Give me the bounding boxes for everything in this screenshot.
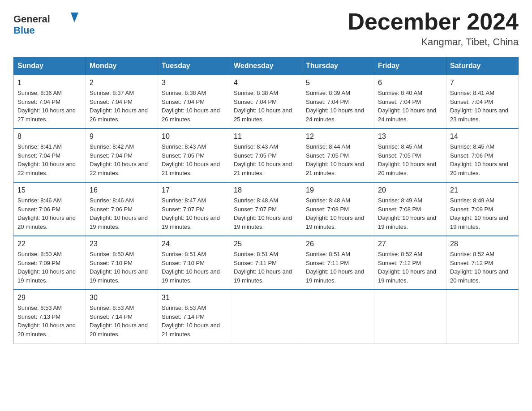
day-info: Sunrise: 8:38 AMSunset: 7:04 PMDaylight:… bbox=[234, 89, 298, 124]
day-number: 29 bbox=[17, 294, 82, 302]
day-header-thursday: Thursday bbox=[302, 57, 374, 75]
day-number: 2 bbox=[90, 79, 154, 87]
calendar-cell: 16 Sunrise: 8:46 AMSunset: 7:06 PMDaylig… bbox=[86, 182, 158, 236]
calendar-cell: 7 Sunrise: 8:41 AMSunset: 7:04 PMDayligh… bbox=[446, 75, 519, 128]
page-header: General Blue December 2024 Kangmar, Tibe… bbox=[13, 9, 519, 48]
day-number: 12 bbox=[306, 133, 370, 141]
day-info: Sunrise: 8:42 AMSunset: 7:04 PMDaylight:… bbox=[90, 142, 154, 177]
calendar-cell: 27 Sunrise: 8:52 AMSunset: 7:12 PMDaylig… bbox=[374, 236, 446, 290]
calendar-cell: 13 Sunrise: 8:45 AMSunset: 7:05 PMDaylig… bbox=[374, 128, 446, 182]
calendar-cell bbox=[374, 290, 446, 343]
day-info: Sunrise: 8:43 AMSunset: 7:05 PMDaylight:… bbox=[162, 142, 226, 177]
day-number: 4 bbox=[234, 79, 298, 87]
day-info: Sunrise: 8:48 AMSunset: 7:07 PMDaylight:… bbox=[234, 196, 298, 231]
calendar-cell: 26 Sunrise: 8:51 AMSunset: 7:11 PMDaylig… bbox=[302, 236, 374, 290]
calendar-cell: 30 Sunrise: 8:53 AMSunset: 7:14 PMDaylig… bbox=[86, 290, 158, 343]
day-number: 31 bbox=[162, 294, 226, 302]
day-number: 20 bbox=[378, 186, 442, 194]
day-number: 13 bbox=[378, 133, 442, 141]
day-number: 25 bbox=[234, 240, 298, 248]
day-info: Sunrise: 8:50 AMSunset: 7:09 PMDaylight:… bbox=[17, 250, 82, 285]
calendar-cell: 14 Sunrise: 8:45 AMSunset: 7:06 PMDaylig… bbox=[446, 128, 519, 182]
day-info: Sunrise: 8:46 AMSunset: 7:06 PMDaylight:… bbox=[17, 196, 82, 231]
day-info: Sunrise: 8:46 AMSunset: 7:06 PMDaylight:… bbox=[90, 196, 154, 231]
day-info: Sunrise: 8:41 AMSunset: 7:04 PMDaylight:… bbox=[17, 142, 82, 177]
day-number: 8 bbox=[17, 133, 82, 141]
week-row-1: 1 Sunrise: 8:36 AMSunset: 7:04 PMDayligh… bbox=[14, 75, 519, 128]
calendar-cell: 29 Sunrise: 8:53 AMSunset: 7:13 PMDaylig… bbox=[14, 290, 86, 343]
calendar-cell: 10 Sunrise: 8:43 AMSunset: 7:05 PMDaylig… bbox=[158, 128, 230, 182]
day-number: 16 bbox=[90, 186, 154, 194]
calendar-cell: 28 Sunrise: 8:52 AMSunset: 7:12 PMDaylig… bbox=[446, 236, 519, 290]
calendar-cell: 25 Sunrise: 8:51 AMSunset: 7:11 PMDaylig… bbox=[230, 236, 302, 290]
week-row-4: 22 Sunrise: 8:50 AMSunset: 7:09 PMDaylig… bbox=[14, 236, 519, 290]
calendar-cell: 18 Sunrise: 8:48 AMSunset: 7:07 PMDaylig… bbox=[230, 182, 302, 236]
calendar-cell bbox=[230, 290, 302, 343]
week-row-2: 8 Sunrise: 8:41 AMSunset: 7:04 PMDayligh… bbox=[14, 128, 519, 182]
day-header-friday: Friday bbox=[374, 57, 446, 75]
day-number: 21 bbox=[450, 186, 515, 194]
day-number: 28 bbox=[450, 240, 515, 248]
week-row-3: 15 Sunrise: 8:46 AMSunset: 7:06 PMDaylig… bbox=[14, 182, 519, 236]
day-info: Sunrise: 8:36 AMSunset: 7:04 PMDaylight:… bbox=[17, 89, 82, 124]
calendar-cell: 6 Sunrise: 8:40 AMSunset: 7:04 PMDayligh… bbox=[374, 75, 446, 128]
calendar-cell: 9 Sunrise: 8:42 AMSunset: 7:04 PMDayligh… bbox=[86, 128, 158, 182]
calendar-cell: 3 Sunrise: 8:38 AMSunset: 7:04 PMDayligh… bbox=[158, 75, 230, 128]
day-number: 5 bbox=[306, 79, 370, 87]
day-number: 15 bbox=[17, 186, 82, 194]
days-header-row: SundayMondayTuesdayWednesdayThursdayFrid… bbox=[14, 57, 519, 75]
day-number: 18 bbox=[234, 186, 298, 194]
day-number: 22 bbox=[17, 240, 82, 248]
day-header-sunday: Sunday bbox=[14, 57, 86, 75]
day-info: Sunrise: 8:45 AMSunset: 7:05 PMDaylight:… bbox=[378, 142, 442, 177]
day-info: Sunrise: 8:52 AMSunset: 7:12 PMDaylight:… bbox=[378, 250, 442, 285]
day-info: Sunrise: 8:51 AMSunset: 7:11 PMDaylight:… bbox=[234, 250, 298, 285]
day-number: 24 bbox=[162, 240, 226, 248]
calendar-cell: 1 Sunrise: 8:36 AMSunset: 7:04 PMDayligh… bbox=[14, 75, 86, 128]
day-header-wednesday: Wednesday bbox=[230, 57, 302, 75]
day-info: Sunrise: 8:52 AMSunset: 7:12 PMDaylight:… bbox=[450, 250, 515, 285]
calendar-cell: 17 Sunrise: 8:47 AMSunset: 7:07 PMDaylig… bbox=[158, 182, 230, 236]
logo: General Blue bbox=[13, 9, 81, 38]
month-title: December 2024 bbox=[348, 9, 519, 34]
day-info: Sunrise: 8:41 AMSunset: 7:04 PMDaylight:… bbox=[450, 89, 515, 124]
calendar-cell: 19 Sunrise: 8:48 AMSunset: 7:08 PMDaylig… bbox=[302, 182, 374, 236]
calendar-cell: 24 Sunrise: 8:51 AMSunset: 7:10 PMDaylig… bbox=[158, 236, 230, 290]
day-info: Sunrise: 8:37 AMSunset: 7:04 PMDaylight:… bbox=[90, 89, 154, 124]
day-number: 10 bbox=[162, 133, 226, 141]
calendar-cell bbox=[446, 290, 519, 343]
day-header-tuesday: Tuesday bbox=[158, 57, 230, 75]
day-number: 14 bbox=[450, 133, 515, 141]
day-number: 19 bbox=[306, 186, 370, 194]
day-number: 1 bbox=[17, 79, 82, 87]
day-info: Sunrise: 8:47 AMSunset: 7:07 PMDaylight:… bbox=[162, 196, 226, 231]
calendar-cell: 23 Sunrise: 8:50 AMSunset: 7:10 PMDaylig… bbox=[86, 236, 158, 290]
calendar-cell: 2 Sunrise: 8:37 AMSunset: 7:04 PMDayligh… bbox=[86, 75, 158, 128]
day-info: Sunrise: 8:51 AMSunset: 7:10 PMDaylight:… bbox=[162, 250, 226, 285]
day-number: 30 bbox=[90, 294, 154, 302]
day-number: 17 bbox=[162, 186, 226, 194]
calendar-cell: 5 Sunrise: 8:39 AMSunset: 7:04 PMDayligh… bbox=[302, 75, 374, 128]
day-info: Sunrise: 8:38 AMSunset: 7:04 PMDaylight:… bbox=[162, 89, 226, 124]
location: Kangmar, Tibet, China bbox=[348, 36, 519, 48]
day-info: Sunrise: 8:40 AMSunset: 7:04 PMDaylight:… bbox=[378, 89, 442, 124]
calendar-cell: 20 Sunrise: 8:49 AMSunset: 7:08 PMDaylig… bbox=[374, 182, 446, 236]
day-number: 11 bbox=[234, 133, 298, 141]
day-info: Sunrise: 8:51 AMSunset: 7:11 PMDaylight:… bbox=[306, 250, 370, 285]
day-number: 27 bbox=[378, 240, 442, 248]
calendar-cell: 4 Sunrise: 8:38 AMSunset: 7:04 PMDayligh… bbox=[230, 75, 302, 128]
day-number: 6 bbox=[378, 79, 442, 87]
day-info: Sunrise: 8:44 AMSunset: 7:05 PMDaylight:… bbox=[306, 142, 370, 177]
calendar-table: SundayMondayTuesdayWednesdayThursdayFrid… bbox=[13, 57, 519, 344]
day-number: 26 bbox=[306, 240, 370, 248]
calendar-cell: 15 Sunrise: 8:46 AMSunset: 7:06 PMDaylig… bbox=[14, 182, 86, 236]
calendar-cell: 11 Sunrise: 8:43 AMSunset: 7:05 PMDaylig… bbox=[230, 128, 302, 182]
svg-text:Blue: Blue bbox=[13, 25, 35, 36]
day-info: Sunrise: 8:43 AMSunset: 7:05 PMDaylight:… bbox=[234, 142, 298, 177]
calendar-cell: 8 Sunrise: 8:41 AMSunset: 7:04 PMDayligh… bbox=[14, 128, 86, 182]
day-header-saturday: Saturday bbox=[446, 57, 519, 75]
calendar-cell: 31 Sunrise: 8:53 AMSunset: 7:14 PMDaylig… bbox=[158, 290, 230, 343]
calendar-cell: 21 Sunrise: 8:49 AMSunset: 7:09 PMDaylig… bbox=[446, 182, 519, 236]
day-info: Sunrise: 8:50 AMSunset: 7:10 PMDaylight:… bbox=[90, 250, 154, 285]
calendar-cell: 12 Sunrise: 8:44 AMSunset: 7:05 PMDaylig… bbox=[302, 128, 374, 182]
